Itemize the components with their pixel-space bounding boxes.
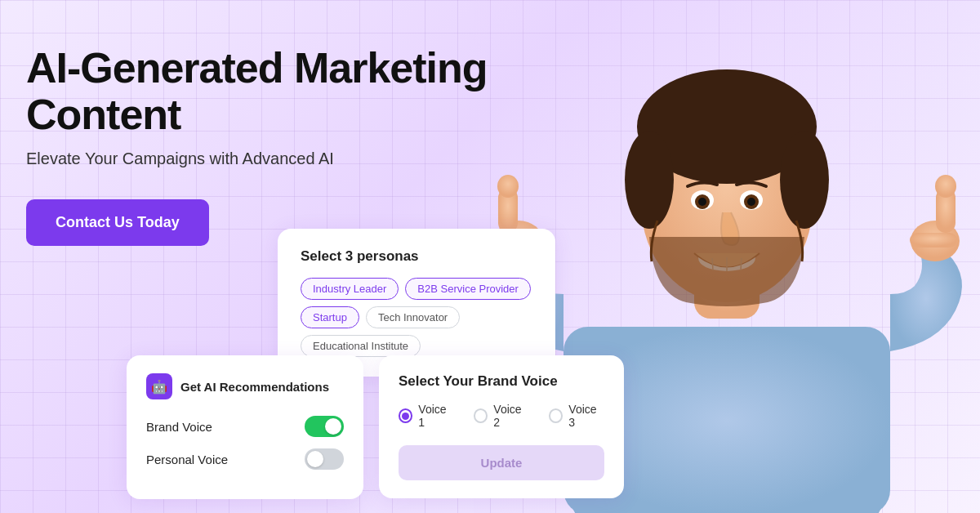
contact-us-button[interactable]: Contact Us Today — [26, 199, 209, 246]
robot-icon: 🤖 — [146, 373, 172, 399]
page-container: AI-Generated Marketing Content Elevate Y… — [0, 0, 980, 513]
svg-point-13 — [747, 198, 755, 206]
voice-2-radio[interactable] — [474, 408, 488, 423]
svg-point-12 — [698, 198, 706, 206]
personas-card-title: Select 3 personas — [301, 248, 532, 265]
update-button[interactable]: Update — [399, 445, 604, 480]
voice-2-label: Voice 2 — [493, 403, 529, 429]
brand-voice-toggle-row: Brand Voice — [146, 416, 344, 437]
voice-1-radio[interactable] — [399, 408, 412, 423]
svg-rect-24 — [910, 233, 957, 248]
svg-point-19 — [497, 175, 519, 198]
voice-3-option[interactable]: Voice 3 — [549, 403, 604, 429]
tag-educational-institute[interactable]: Educational Institute — [301, 335, 421, 357]
personas-card: Select 3 personas Industry Leader B2B Se… — [278, 229, 555, 377]
main-heading: AI-Generated Marketing Content — [26, 45, 500, 138]
hero-subtitle: Elevate Your Campaigns with Advanced AI — [26, 149, 500, 168]
tag-b2b-service[interactable]: B2B Service Provider — [405, 278, 531, 300]
svg-point-7 — [780, 131, 829, 229]
personal-voice-toggle-row: Personal Voice — [146, 448, 344, 470]
ai-card-header: 🤖 Get AI Recommendations — [146, 373, 344, 399]
voice-1-option[interactable]: Voice 1 — [399, 403, 454, 429]
svg-point-23 — [935, 175, 956, 198]
voice-3-radio[interactable] — [549, 408, 563, 423]
ai-card-title: Get AI Recommendations — [180, 380, 329, 394]
left-content-area: AI-Generated Marketing Content Elevate Y… — [26, 45, 500, 246]
voice-1-label: Voice 1 — [418, 403, 454, 429]
voice-radio-group: Voice 1 Voice 2 Voice 3 — [399, 403, 604, 429]
brand-voice-card: Select Your Brand Voice Voice 1 Voice 2 … — [379, 355, 624, 498]
tag-startup[interactable]: Startup — [301, 306, 359, 328]
personal-voice-label: Personal Voice — [146, 453, 228, 466]
brand-voice-toggle[interactable] — [305, 416, 344, 437]
voice-3-label: Voice 3 — [568, 403, 604, 429]
personas-tags-container: Industry Leader B2B Service Provider Sta… — [301, 278, 532, 357]
brand-voice-label: Brand Voice — [146, 420, 212, 434]
voice-2-option[interactable]: Voice 2 — [474, 403, 529, 429]
svg-point-6 — [625, 131, 674, 229]
personal-voice-toggle[interactable] — [305, 448, 344, 470]
ai-recommendations-card: 🤖 Get AI Recommendations Brand Voice Per… — [127, 355, 363, 499]
brand-voice-toggle-knob — [325, 418, 341, 435]
personal-voice-toggle-knob — [307, 451, 323, 467]
brand-voice-card-title: Select Your Brand Voice — [399, 373, 604, 390]
tag-tech-innovator[interactable]: Tech Innovator — [366, 306, 460, 328]
tag-industry-leader[interactable]: Industry Leader — [301, 278, 399, 300]
